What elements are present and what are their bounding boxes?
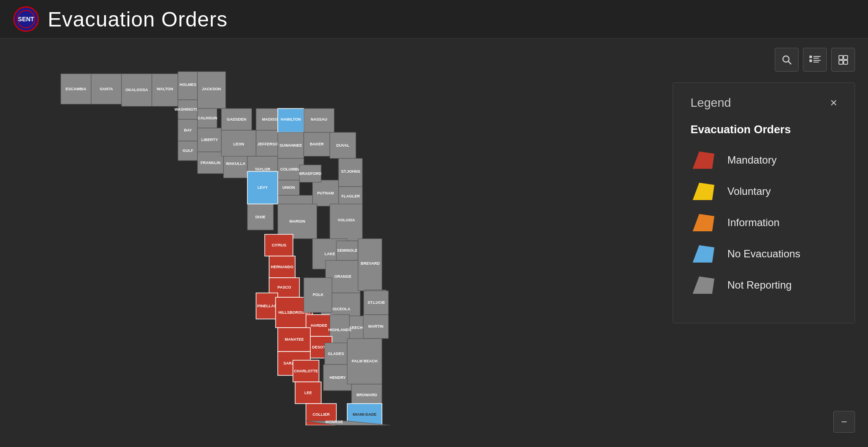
- svg-marker-103: [265, 234, 293, 256]
- svg-marker-71: [299, 165, 321, 182]
- svg-marker-143: [693, 151, 714, 169]
- svg-marker-127: [295, 382, 321, 404]
- svg-marker-135: [352, 384, 382, 406]
- svg-rect-12: [844, 56, 848, 59]
- svg-rect-11: [839, 56, 843, 59]
- svg-marker-117: [330, 315, 349, 345]
- legend-label-no-evacuations: No Evacuations: [727, 248, 800, 260]
- legend-item-information: Information: [690, 212, 837, 233]
- svg-marker-109: [256, 293, 278, 319]
- legend-close-button[interactable]: ×: [830, 97, 837, 109]
- svg-rect-5: [809, 56, 812, 58]
- svg-marker-125: [293, 360, 319, 382]
- svg-marker-146: [693, 245, 714, 263]
- legend-label-not-reporting: Not Reporting: [727, 279, 792, 291]
- legend-section-title: Evacuation Orders: [690, 123, 837, 136]
- svg-rect-9: [813, 60, 821, 61]
- svg-marker-33: [178, 141, 197, 161]
- svg-rect-8: [809, 59, 812, 62]
- app-header: SENT Evacuation Orders: [0, 0, 868, 39]
- svg-marker-61: [330, 132, 356, 158]
- no-evacuations-icon: [690, 243, 717, 265]
- mandatory-icon: [690, 149, 717, 171]
- toolbar: [775, 48, 855, 72]
- legend-item-not-reporting: Not Reporting: [690, 274, 837, 296]
- svg-marker-67: [312, 180, 339, 206]
- sent-logo: SENT: [13, 6, 39, 32]
- svg-marker-53: [278, 132, 304, 158]
- page-title: Evacuation Orders: [48, 7, 228, 31]
- svg-marker-147: [693, 276, 714, 294]
- svg-marker-69: [278, 180, 299, 195]
- svg-marker-105: [269, 256, 295, 278]
- legend-item-no-evacuations: No Evacuations: [690, 243, 837, 265]
- svg-marker-91: [358, 239, 382, 291]
- legend-item-mandatory: Mandatory: [690, 149, 837, 171]
- legend-label-voluntary: Voluntary: [727, 185, 771, 197]
- svg-line-4: [788, 61, 791, 64]
- svg-rect-6: [813, 56, 821, 57]
- svg-marker-25: [178, 100, 197, 119]
- svg-marker-15: [61, 74, 91, 104]
- svg-marker-59: [304, 108, 334, 132]
- svg-marker-144: [693, 183, 714, 200]
- search-button[interactable]: [775, 48, 799, 72]
- svg-marker-65: [339, 187, 362, 206]
- svg-marker-17: [91, 74, 122, 104]
- svg-marker-113: [304, 278, 332, 312]
- svg-marker-137: [347, 339, 382, 384]
- information-icon: [690, 212, 717, 233]
- svg-marker-99: [363, 315, 388, 339]
- voluntary-icon: [690, 181, 717, 202]
- svg-marker-87: [336, 241, 358, 260]
- svg-marker-57: [304, 132, 330, 156]
- svg-point-3: [783, 56, 789, 62]
- svg-marker-29: [197, 108, 217, 128]
- svg-marker-21: [152, 74, 178, 106]
- zoom-out-button[interactable]: −: [833, 411, 855, 433]
- svg-rect-13: [839, 60, 843, 64]
- svg-text:SENT: SENT: [18, 16, 34, 23]
- list-view-button[interactable]: [803, 48, 827, 72]
- svg-rect-10: [813, 62, 819, 62]
- svg-rect-14: [844, 60, 848, 64]
- svg-marker-101: [364, 291, 388, 315]
- legend-header: Legend ×: [690, 96, 837, 110]
- legend-title: Legend: [690, 96, 731, 110]
- svg-marker-37: [221, 108, 252, 130]
- svg-marker-81: [278, 204, 317, 239]
- main-content: ESCAMBIA SANTA OKALOOSA WALTON HOLMES WA…: [0, 39, 868, 447]
- svg-marker-51: [278, 108, 304, 132]
- svg-marker-145: [693, 214, 714, 231]
- svg-marker-31: [178, 119, 197, 141]
- svg-marker-77: [247, 204, 273, 230]
- svg-marker-27: [197, 72, 226, 108]
- legend-label-mandatory: Mandatory: [727, 154, 776, 166]
- svg-marker-129: [325, 343, 347, 365]
- svg-marker-121: [278, 328, 310, 352]
- svg-marker-83: [330, 204, 362, 241]
- florida-map: ESCAMBIA SANTA OKALOOSA WALTON HOLMES WA…: [35, 48, 425, 427]
- legend-item-voluntary: Voluntary: [690, 181, 837, 202]
- grid-view-button[interactable]: [831, 48, 855, 72]
- legend-panel: Legend × Evacuation Orders Mandatory Vol…: [673, 82, 855, 323]
- legend-label-information: Information: [727, 217, 779, 229]
- svg-rect-7: [813, 58, 819, 59]
- svg-marker-79: [247, 171, 278, 204]
- svg-marker-63: [339, 158, 362, 187]
- svg-marker-19: [122, 74, 152, 106]
- zoom-control: −: [833, 411, 855, 434]
- svg-marker-35: [197, 128, 221, 152]
- svg-marker-39: [197, 152, 224, 174]
- svg-marker-43: [221, 130, 256, 156]
- not-reporting-icon: [690, 274, 717, 296]
- svg-marker-23: [178, 72, 197, 100]
